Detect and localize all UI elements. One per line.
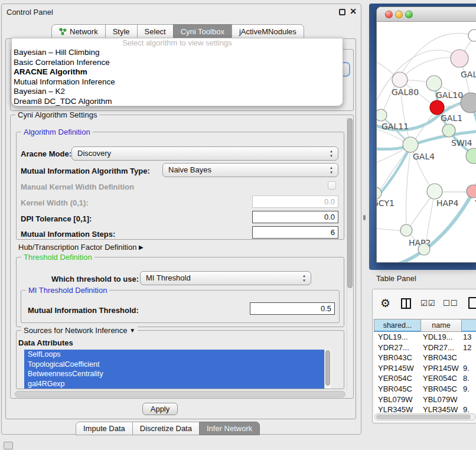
mi-threshold-definition-title: MI Threshold Definition	[26, 286, 109, 295]
tab-label: jActiveMNodules	[239, 27, 296, 36]
network-node-gal80[interactable]	[392, 72, 407, 87]
mac-zoom-button[interactable]	[405, 11, 413, 18]
mi-steps-label: Mutual Information Steps:	[21, 230, 115, 239]
network-node-swi4[interactable]	[442, 124, 455, 137]
table-row[interactable]: YPR145WYPR145W9.	[374, 363, 476, 374]
network-node-gal1[interactable]	[430, 100, 444, 115]
which-threshold-combo[interactable]: MI Threshold ▲▼	[140, 271, 311, 285]
gear-icon[interactable]: ⚙	[380, 296, 390, 310]
table-row[interactable]: YBR043CYBR043C	[374, 353, 476, 363]
dropdown-item[interactable]: ARACNE Algorithm	[12, 67, 343, 77]
tab-select[interactable]: Select	[137, 24, 174, 39]
network-node[interactable]	[418, 243, 430, 255]
network-node-hap2[interactable]	[400, 224, 412, 236]
mi-algorithm-type-value: Naive Bayes	[168, 165, 211, 174]
tab-network[interactable]: Network	[51, 24, 106, 39]
network-edge	[406, 145, 411, 231]
table-cell: 12	[461, 343, 472, 353]
hub-definition-toggle[interactable]: Hub/Transcription Factor Definition ▶	[18, 243, 144, 252]
tab-label: Discretize Data	[140, 424, 192, 433]
attribute-list-item[interactable]: SelfLoops	[24, 350, 324, 360]
network-node[interactable]	[468, 30, 476, 41]
table-body: YDL19...YDL19...13YDR27...YDR27...12YBR0…	[374, 332, 476, 413]
network-graph-canvas[interactable]: GALGAL80GAL10GAL1GAL11GAL4SWI4GCY1HAP4YH…	[377, 22, 476, 263]
apply-button[interactable]: Apply	[142, 403, 178, 415]
network-view-window: GALGAL80GAL10GAL1GAL11GAL4SWI4GCY1HAP4YH…	[376, 6, 476, 263]
network-node-y[interactable]	[467, 185, 476, 198]
network-node-gal11[interactable]	[377, 109, 387, 121]
mi-threshold-field[interactable]: 0.5	[250, 302, 335, 315]
tab-discretize-data[interactable]: Discretize Data	[132, 422, 200, 435]
network-node-gal10[interactable]	[426, 76, 442, 91]
aracne-mode-combo[interactable]: Discovery ▲▼	[71, 146, 338, 161]
network-node-hap4[interactable]	[427, 184, 442, 199]
table-row[interactable]: YBR045CYBR045C9.	[374, 384, 476, 394]
dropdown-item[interactable]: Basic Correlation Inference	[12, 58, 343, 68]
settings-scrollbar-thumb[interactable]	[347, 118, 353, 288]
attribute-list-item[interactable]: TopologicalCoefficient	[24, 360, 324, 370]
table-cell: YPR145W	[418, 363, 461, 374]
table-cell: YBR045C	[418, 384, 461, 394]
attr-list-scrollbar-thumb[interactable]	[325, 350, 330, 386]
close-panel-icon[interactable]: ✕	[350, 6, 357, 16]
dropdown-item[interactable]: Mutual Information Inference	[12, 77, 343, 87]
float-window-icon[interactable]	[339, 9, 345, 15]
table-row[interactable]: YDR27...YDR27...12	[374, 343, 476, 353]
attribute-list-item[interactable]: BetweennessCentrality	[24, 369, 324, 379]
table-row[interactable]: YDL19...YDL19...13	[374, 332, 476, 343]
mi-steps-field[interactable]: 6	[252, 226, 338, 239]
sources-toggle[interactable]: Sources for Network Inference ▼	[21, 326, 138, 335]
table-cell: YDR27...	[374, 343, 418, 353]
table-row[interactable]: YLR345WYLR345W9.	[374, 405, 476, 413]
attribute-list-item[interactable]: gal4RGexp	[24, 379, 324, 389]
table-cell: YBL079W	[374, 394, 418, 405]
network-window-titlebar[interactable]	[377, 7, 476, 22]
table-row[interactable]: YBL079WYBL079W	[374, 394, 476, 405]
network-node-label: GAL4	[413, 152, 435, 161]
algorithm-dropdown-placeholder: Select algorithm to view settings	[12, 38, 343, 48]
tab-label: Select	[145, 27, 166, 36]
settings-hscrollbar[interactable]	[15, 391, 345, 397]
dropdown-item[interactable]: Dream8 DC_TDC Algorithm	[12, 97, 343, 107]
mac-minimize-button[interactable]	[395, 11, 403, 18]
table-hscrollbar-thumb[interactable]	[376, 415, 471, 419]
combo-arrows-icon: ▲▼	[302, 273, 306, 283]
network-node-gal4[interactable]	[403, 137, 418, 152]
tab-cyni-toolbox[interactable]: Cyni Toolbox	[173, 24, 232, 39]
table-column-header[interactable]: name	[420, 319, 462, 332]
table-cell: 9.	[461, 405, 472, 413]
mi-threshold-label: Mutual Information Threshold:	[28, 306, 139, 315]
tab-infer-network[interactable]: Infer Network	[199, 422, 260, 435]
table-row[interactable]: YER054CYER054C8.	[374, 373, 476, 384]
tab-jactivemnodules[interactable]: jActiveMNodules	[232, 24, 304, 39]
dropdown-item[interactable]: Bayesian – K2	[12, 87, 343, 97]
table-cell: 9.	[461, 384, 472, 394]
network-node-gal[interactable]	[451, 50, 468, 67]
combo-arrows-icon: ▲▼	[330, 165, 333, 175]
collapsed-panel-icon[interactable]	[4, 442, 13, 449]
control-panel-title: Control Panel	[6, 8, 53, 17]
page-icon[interactable]	[468, 297, 476, 309]
table-hscrollbar-track[interactable]	[374, 413, 476, 420]
tab-label: Infer Network	[207, 424, 252, 433]
tab-style[interactable]: Style	[105, 24, 138, 39]
network-node-label: HAP4	[436, 198, 459, 208]
mi-algorithm-type-combo[interactable]: Naive Bayes ▲▼	[162, 163, 338, 177]
split-columns-icon[interactable]	[401, 298, 411, 309]
table-column-header[interactable]: shared...	[374, 319, 421, 332]
tab-impute-data[interactable]: Impute Data	[76, 422, 133, 435]
select-all-icon[interactable]: ☑☑	[420, 299, 435, 308]
algorithm-definition-title: Algorithm Definition	[21, 128, 93, 136]
panel-splitter-handle[interactable]	[363, 215, 366, 220]
tab-label: Network	[70, 27, 98, 36]
tab-label: Style	[113, 27, 130, 36]
table-cell: YBR045C	[374, 384, 418, 394]
data-attributes-list: SelfLoopsTopologicalCoefficientBetweenne…	[24, 350, 324, 389]
aracne-mode-label: Aracne Mode:	[21, 149, 71, 158]
dropdown-item[interactable]: Bayesian – Hill Climbing	[12, 48, 343, 58]
dpi-tolerance-field[interactable]: 0.0	[252, 211, 338, 223]
table-column-header[interactable]	[461, 319, 476, 332]
mac-close-button[interactable]	[385, 11, 393, 18]
deselect-all-icon[interactable]: ☐☐	[443, 299, 458, 308]
control-panel-window: Control Panel ✕ NetworkStyleSelectCyni T…	[1, 4, 361, 435]
